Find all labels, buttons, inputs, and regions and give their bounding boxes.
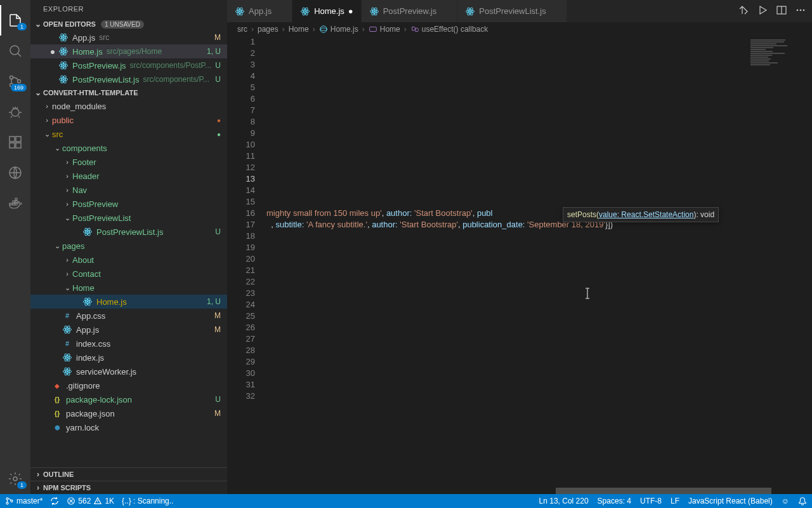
horizontal-scrollbar[interactable] — [266, 488, 812, 494]
activity-explorer[interactable]: 1 — [0, 5, 30, 36]
code-line[interactable] — [266, 105, 750, 116]
folder-item[interactable]: ›About — [30, 253, 227, 267]
folder-item[interactable]: ›node_modules — [30, 99, 227, 113]
code-line[interactable] — [266, 128, 750, 139]
activity-remote[interactable] — [0, 157, 30, 188]
code-editor[interactable]: 1234567891011121314151617181920212223242… — [227, 36, 750, 494]
breadcrumb-item[interactable]: src — [237, 25, 247, 34]
folder-item[interactable]: ⌄Home — [30, 281, 227, 295]
compare-icon[interactable] — [738, 5, 749, 17]
code-line[interactable] — [266, 322, 750, 333]
code-line[interactable] — [266, 253, 750, 265]
folder-item[interactable]: ⌄PostPreviewList — [30, 211, 227, 225]
split-icon[interactable] — [776, 5, 787, 17]
code-line[interactable] — [266, 231, 750, 242]
folder-item[interactable]: ›Footer — [30, 155, 227, 169]
code-line[interactable] — [266, 299, 750, 311]
folder-item[interactable]: ›PostPreview — [30, 197, 227, 211]
open-editor-item[interactable]: ×App.jssrcM — [30, 30, 227, 44]
activity-scm[interactable]: 169 — [0, 66, 30, 97]
code-line[interactable] — [266, 139, 750, 150]
status-feedback[interactable]: ☺ — [782, 497, 789, 505]
file-item[interactable]: ⬢yarn.lock — [30, 420, 227, 434]
code-line[interactable] — [266, 150, 750, 162]
tab-postpreview-js[interactable]: PostPreview.js× — [362, 0, 458, 22]
status-language[interactable]: JavaScript React (Babel) — [688, 497, 773, 505]
breadcrumb-item[interactable]: pages — [258, 25, 278, 34]
file-item[interactable]: serviceWorker.js — [30, 364, 227, 378]
file-item[interactable]: #App.cssM — [30, 309, 227, 323]
outline-header[interactable]: › OUTLINE — [30, 467, 227, 481]
code-line[interactable] — [266, 425, 750, 436]
open-editor-item[interactable]: ×PostPreviewList.jssrc/components/P...U — [30, 72, 227, 86]
code-line[interactable] — [266, 276, 750, 288]
open-editor-item[interactable]: ×PostPreview.jssrc/components/PostP...U — [30, 58, 227, 72]
status-branch[interactable]: master* — [5, 497, 43, 505]
code-line[interactable] — [266, 265, 750, 276]
code-line[interactable] — [266, 379, 750, 391]
breadcrumb-item[interactable]: Home — [369, 25, 400, 34]
status-encoding[interactable]: UTF-8 — [640, 497, 662, 505]
status-spaces[interactable]: Spaces: 4 — [598, 497, 631, 505]
file-item[interactable]: #index.css — [30, 337, 227, 351]
status-scanning[interactable]: {..} : Scanning.. — [122, 497, 173, 505]
activity-extensions[interactable] — [0, 127, 30, 157]
file-item[interactable]: {}package.jsonM — [30, 406, 227, 420]
folder-item[interactable]: ⌄components — [30, 141, 227, 155]
code-body[interactable]: mighty small from 150 miles up', author:… — [266, 36, 750, 494]
run-icon[interactable] — [757, 5, 768, 17]
tab-app-js[interactable]: App.js× — [227, 0, 292, 22]
code-line[interactable]: mighty small from 150 miles up', author:… — [266, 208, 750, 219]
code-line[interactable] — [266, 436, 750, 448]
breadcrumb-item[interactable]: Home.js — [319, 25, 358, 34]
folder-item[interactable]: ›Nav — [30, 183, 227, 197]
file-item[interactable]: App.jsM — [30, 323, 227, 337]
code-line[interactable] — [266, 288, 750, 299]
npm-scripts-header[interactable]: › NPM SCRIPTS — [30, 481, 227, 494]
activity-docker[interactable] — [0, 188, 30, 218]
project-header[interactable]: ⌄ CONVERT-HTML-TEMPLATE — [30, 86, 227, 99]
code-line[interactable] — [266, 402, 750, 413]
code-line[interactable] — [266, 345, 750, 356]
activity-settings[interactable]: 1 — [0, 464, 30, 494]
activity-debug[interactable] — [0, 97, 30, 127]
folder-item[interactable]: ⌄src● — [30, 127, 227, 141]
file-item[interactable]: Home.js1, U — [30, 295, 227, 309]
code-line[interactable] — [266, 196, 750, 208]
breadcrumb-item[interactable]: useEffect() callback — [410, 25, 488, 34]
breadcrumb-item[interactable]: Home — [289, 25, 309, 34]
code-line[interactable] — [266, 311, 750, 322]
folder-item[interactable]: ›Contact — [30, 267, 227, 281]
file-item[interactable]: ◆.gitignore — [30, 378, 227, 392]
file-item[interactable]: index.js — [30, 351, 227, 364]
code-line[interactable] — [266, 162, 750, 173]
code-line[interactable] — [266, 185, 750, 196]
code-line[interactable] — [266, 242, 750, 253]
open-editors-header[interactable]: ⌄ OPEN EDITORS 1 UNSAVED — [30, 18, 227, 30]
file-item[interactable]: PostPreviewList.jsU — [30, 225, 227, 239]
status-problems[interactable]: 562 1K — [67, 497, 114, 505]
code-line[interactable] — [266, 116, 750, 128]
folder-item[interactable]: ⌄pages — [30, 239, 227, 253]
status-sync[interactable] — [50, 497, 59, 505]
status-linecol[interactable]: Ln 13, Col 220 — [539, 497, 589, 505]
more-icon[interactable] — [796, 5, 806, 17]
code-line[interactable] — [266, 333, 750, 345]
folder-item[interactable]: ›public● — [30, 113, 227, 127]
code-line[interactable] — [266, 82, 750, 93]
breadcrumb[interactable]: src› pages› Home› Home.js› Home› useEffe… — [227, 22, 812, 36]
code-line[interactable] — [266, 93, 750, 105]
code-line[interactable] — [266, 173, 750, 185]
status-eol[interactable]: LF — [671, 497, 679, 505]
status-bell-icon[interactable] — [798, 497, 807, 505]
code-line[interactable] — [266, 356, 750, 368]
activity-search[interactable] — [0, 36, 30, 66]
tab-postpreviewlist-js[interactable]: PostPreviewList.js× — [457, 0, 566, 22]
file-item[interactable]: {}package-lock.jsonU — [30, 392, 227, 406]
minimap[interactable] — [750, 36, 812, 494]
code-line[interactable] — [266, 391, 750, 402]
open-editor-item[interactable]: ●Home.jssrc/pages/Home1, U — [30, 44, 227, 58]
code-line[interactable] — [266, 413, 750, 425]
code-line[interactable] — [266, 368, 750, 379]
folder-item[interactable]: ›Header — [30, 169, 227, 183]
